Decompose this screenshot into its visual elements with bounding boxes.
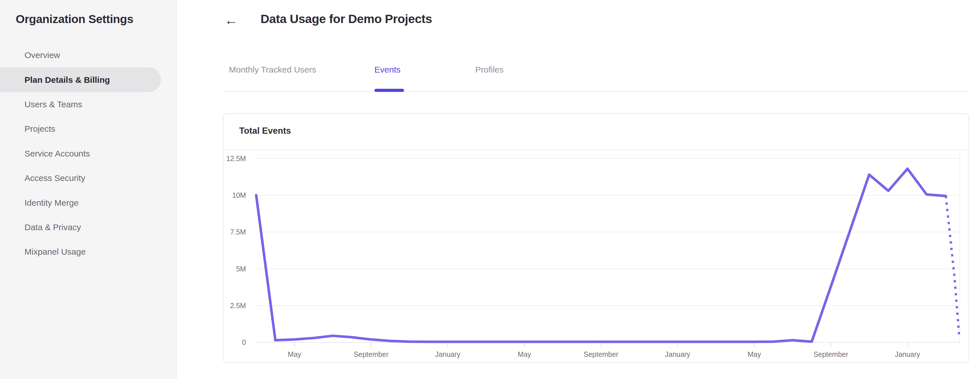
tab-bar: Monthly Tracked UsersEventsProfiles [223,57,969,92]
tab-profiles[interactable]: Profiles [475,65,504,75]
active-tab-underline [374,89,404,92]
sidebar-item-users-teams[interactable]: Users & Teams [0,92,161,117]
total-events-line-chart[interactable]: 12.5M10M7.5M5M2.5M0MaySeptemberJanuaryMa… [223,150,969,363]
x-axis-label: January [895,350,920,358]
x-axis-label: January [665,350,690,358]
sidebar-item-identity-merge[interactable]: Identity Merge [0,190,161,215]
x-axis-label: May [288,350,302,358]
x-axis-label: September [584,350,619,358]
back-arrow-icon[interactable]: ← [224,11,244,29]
y-axis-label: 10M [232,191,246,199]
y-axis-label: 2.5M [230,301,246,309]
app-root: Organization Settings OverviewPlan Detai… [0,0,980,379]
sidebar-item-overview[interactable]: Overview [0,43,161,67]
sidebar-item-plan-details-billing[interactable]: Plan Details & Billing [0,67,161,92]
x-axis-label: January [435,350,460,358]
y-axis-label: 5M [236,265,246,273]
sidebar-item-projects[interactable]: Projects [0,117,161,141]
sidebar-item-data-privacy[interactable]: Data & Privacy [0,215,161,239]
sidebar-item-service-accounts[interactable]: Service Accounts [0,141,161,166]
x-axis-label: May [518,350,531,358]
sidebar-nav: OverviewPlan Details & BillingUsers & Te… [0,43,161,264]
y-axis-label: 0 [242,338,246,346]
sidebar-item-mixpanel-usage[interactable]: Mixpanel Usage [0,239,161,264]
sidebar-item-access-security[interactable]: Access Security [0,166,161,190]
y-axis-label: 7.5M [230,228,246,236]
sidebar-title: Organization Settings [16,13,133,26]
chart-title: Total Events [239,126,291,136]
tab-events[interactable]: Events [374,65,401,75]
total-events-series-line [256,169,946,342]
x-axis-label: September [354,350,388,358]
sidebar: Organization Settings OverviewPlan Detai… [0,0,177,379]
tab-monthly-tracked-users[interactable]: Monthly Tracked Users [229,65,316,75]
x-axis-label: September [813,350,848,358]
y-axis-label: 12.5M [226,154,246,162]
total-events-card: Total Events 12.5M10M7.5M5M2.5M0MaySepte… [223,113,969,363]
page-title: Data Usage for Demo Projects [261,12,432,26]
x-axis-label: May [748,350,761,358]
projection-dotted-line [946,196,959,336]
